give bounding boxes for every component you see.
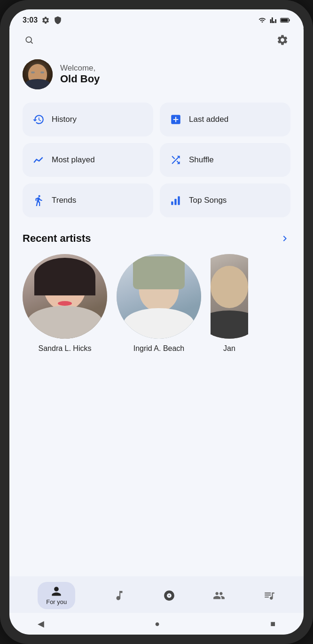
nav-for-you-label: For you (46, 598, 67, 605)
history-label: History (52, 115, 77, 124)
signal-icon (270, 16, 277, 24)
svg-rect-6 (174, 199, 176, 205)
top-songs-label: Top Songs (189, 196, 227, 205)
greeting-welcome: Welcome, (60, 64, 100, 73)
user-greeting: Welcome, Old Boy (23, 59, 290, 89)
trends-icon (32, 194, 45, 207)
artists-row: Sandra L. Hicks Ingrid A. Beach (23, 254, 290, 353)
see-more-button[interactable] (279, 233, 290, 244)
status-left: 3:03 (23, 16, 62, 24)
svg-rect-2 (281, 19, 288, 22)
status-bar: 3:03 (9, 9, 304, 28)
bottom-nav: For you (9, 576, 304, 613)
search-button[interactable] (23, 33, 36, 47)
svg-rect-1 (289, 19, 290, 21)
nav-item-artists[interactable] (213, 589, 225, 602)
trends-button[interactable]: Trends (23, 183, 153, 217)
settings-status-icon (41, 16, 50, 24)
top-bar (23, 32, 290, 48)
status-time: 3:03 (23, 16, 38, 24)
top-songs-icon (169, 194, 182, 207)
phone-screen: 3:03 (9, 9, 304, 635)
artist-item[interactable]: Sandra L. Hicks (23, 254, 107, 353)
svg-point-3 (26, 37, 31, 42)
most-played-icon (32, 153, 45, 167)
last-added-button[interactable]: Last added (160, 103, 290, 136)
section-header-recent-artists: Recent artists (23, 232, 290, 245)
android-back-button[interactable]: ◀ (38, 619, 44, 629)
nav-item-for-you[interactable]: For you (38, 582, 75, 609)
wifi-icon (258, 16, 267, 24)
android-recent-button[interactable]: ■ (270, 619, 275, 629)
last-added-label: Last added (189, 115, 228, 124)
greeting-text: Welcome, Old Boy (60, 64, 100, 85)
artist-avatar-3 (211, 254, 248, 339)
nav-item-albums[interactable] (163, 589, 175, 602)
shuffle-button[interactable]: Shuffle (160, 143, 290, 177)
trends-label: Trends (52, 196, 76, 205)
recent-artists-title: Recent artists (23, 232, 91, 245)
phone-frame: 3:03 (0, 0, 313, 644)
artist-name-1: Sandra L. Hicks (39, 344, 92, 353)
artist-item[interactable]: Ingrid A. Beach (117, 254, 201, 353)
nav-item-songs[interactable] (113, 589, 125, 602)
artist-avatar-2 (117, 254, 201, 339)
most-played-label: Most played (52, 155, 95, 165)
artist-name-3: Jan (223, 344, 235, 353)
history-icon (32, 113, 45, 126)
shuffle-icon (169, 153, 182, 167)
last-added-icon (169, 113, 182, 126)
battery-icon (280, 17, 290, 24)
main-content: Welcome, Old Boy History (9, 28, 304, 576)
greeting-name: Old Boy (60, 73, 100, 85)
avatar (23, 59, 53, 89)
settings-button[interactable] (274, 32, 290, 48)
svg-line-4 (31, 42, 33, 44)
shield-status-icon (54, 16, 62, 24)
grid-buttons: History Last added (23, 103, 290, 217)
artist-item[interactable]: Jan (211, 254, 248, 353)
shuffle-label: Shuffle (189, 155, 214, 165)
android-nav: ◀ ● ■ (9, 613, 304, 635)
android-home-button[interactable]: ● (155, 619, 160, 629)
nav-item-playlists[interactable] (263, 589, 275, 602)
most-played-button[interactable]: Most played (23, 143, 153, 177)
status-right (258, 16, 290, 24)
svg-rect-5 (171, 201, 173, 205)
svg-rect-7 (178, 196, 180, 205)
top-songs-button[interactable]: Top Songs (160, 183, 290, 217)
artist-avatar-1 (23, 254, 107, 339)
artist-name-2: Ingrid A. Beach (133, 344, 185, 353)
history-button[interactable]: History (23, 103, 153, 136)
